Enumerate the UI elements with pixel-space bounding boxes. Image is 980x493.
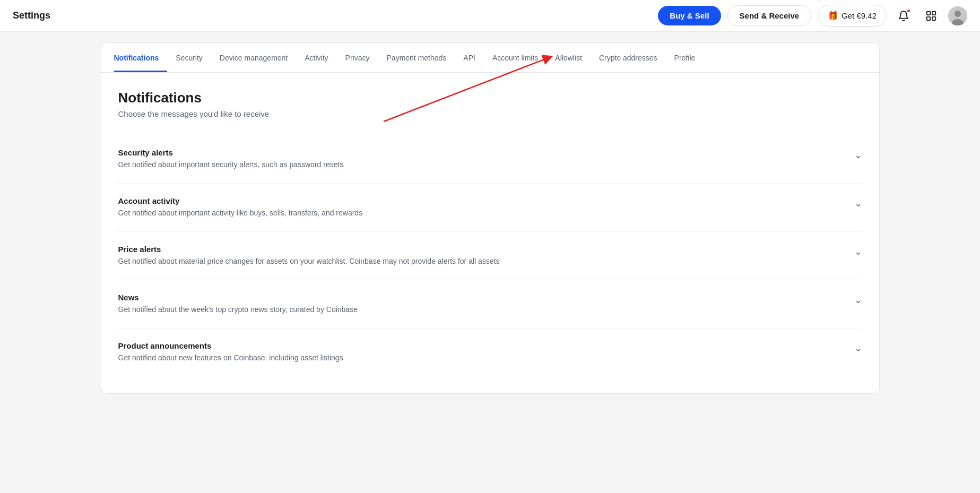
svg-rect-1 xyxy=(932,11,935,14)
main-container: NotificationsSecurityDevice managementAc… xyxy=(92,32,888,404)
notification-title: News xyxy=(118,293,846,302)
notifications-list: Security alertsGet notified about import… xyxy=(118,135,862,376)
earn-label: Get €9.42 xyxy=(842,11,877,20)
chevron-down-icon: ⌄ xyxy=(854,149,862,161)
app-title: Settings xyxy=(13,10,50,21)
notification-title: Security alerts xyxy=(118,148,846,157)
notification-item[interactable]: Product announcementsGet notified about … xyxy=(118,328,862,376)
chevron-down-icon: ⌄ xyxy=(854,197,862,209)
notification-description: Get notified about important activity li… xyxy=(118,207,846,219)
tab-account-limits[interactable]: Account limits xyxy=(484,43,547,72)
notification-title: Product announcements xyxy=(118,341,846,350)
avatar-icon xyxy=(948,6,967,25)
notifications-bell-button[interactable] xyxy=(893,5,914,27)
tab-payment-methods[interactable]: Payment methods xyxy=(378,43,455,72)
tab-privacy[interactable]: Privacy xyxy=(337,43,378,72)
tab-notifications[interactable]: Notifications xyxy=(114,43,168,72)
earn-button[interactable]: 🎁 Get €9.42 xyxy=(818,5,887,27)
svg-point-5 xyxy=(955,11,961,17)
notification-text: NewsGet notified about the week's top cr… xyxy=(118,293,846,315)
tab-activity[interactable]: Activity xyxy=(296,43,336,72)
content-area: Notifications Choose the messages you'd … xyxy=(101,73,879,393)
avatar[interactable] xyxy=(948,6,967,25)
notification-item[interactable]: Price alertsGet notified about material … xyxy=(118,232,862,280)
tab-crypto-addresses[interactable]: Crypto addresses xyxy=(591,43,666,72)
notification-item[interactable]: NewsGet notified about the week's top cr… xyxy=(118,280,862,328)
apps-button[interactable] xyxy=(921,5,942,27)
gift-icon: 🎁 xyxy=(828,11,838,21)
notification-text: Product announcementsGet notified about … xyxy=(118,341,846,364)
header-actions: Buy & Sell Send & Receive 🎁 Get €9.42 xyxy=(658,5,967,27)
header-left: Settings xyxy=(13,10,50,21)
tab-profile[interactable]: Profile xyxy=(666,43,704,72)
notification-description: Get notified about material price change… xyxy=(118,256,846,267)
page-subtitle: Choose the messages you'd like to receiv… xyxy=(118,109,862,118)
chevron-down-icon: ⌄ xyxy=(854,342,862,354)
notification-description: Get notified about new features on Coinb… xyxy=(118,352,846,364)
notification-description: Get notified about the week's top crypto… xyxy=(118,304,846,315)
send-receive-button[interactable]: Send & Receive xyxy=(727,5,812,26)
tab-allowlist[interactable]: Allowlist xyxy=(547,43,591,72)
notification-badge xyxy=(906,8,911,13)
page-title: Notifications xyxy=(118,90,862,106)
tab-nav: NotificationsSecurityDevice managementAc… xyxy=(101,43,879,73)
notification-title: Price alerts xyxy=(118,245,846,254)
notification-description: Get notified about important security al… xyxy=(118,159,846,170)
tab-api[interactable]: API xyxy=(455,43,484,72)
chevron-down-icon: ⌄ xyxy=(854,294,862,306)
notification-title: Account activity xyxy=(118,196,846,205)
svg-rect-0 xyxy=(927,11,930,14)
tab-security[interactable]: Security xyxy=(167,43,211,72)
grid-icon xyxy=(925,10,937,22)
svg-rect-2 xyxy=(927,16,930,20)
buy-sell-button[interactable]: Buy & Sell xyxy=(658,6,721,25)
tab-device-management[interactable]: Device management xyxy=(211,43,296,72)
notification-item[interactable]: Security alertsGet notified about import… xyxy=(118,135,862,184)
svg-rect-3 xyxy=(932,16,935,20)
notification-text: Price alertsGet notified about material … xyxy=(118,245,846,267)
notification-text: Account activityGet notified about impor… xyxy=(118,196,846,219)
chevron-down-icon: ⌄ xyxy=(854,246,862,257)
settings-card: NotificationsSecurityDevice managementAc… xyxy=(101,42,880,394)
notification-item[interactable]: Account activityGet notified about impor… xyxy=(118,184,862,232)
notification-text: Security alertsGet notified about import… xyxy=(118,148,846,170)
app-header: Settings Buy & Sell Send & Receive 🎁 Get… xyxy=(0,0,980,32)
